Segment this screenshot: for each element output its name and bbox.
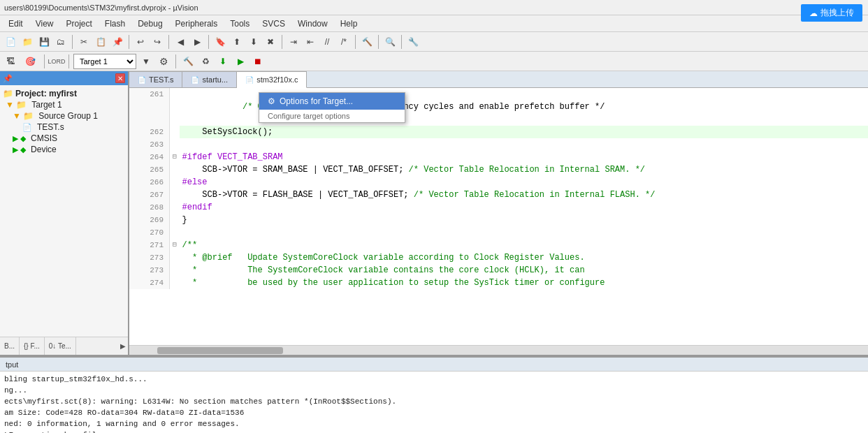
sep3: [168, 35, 169, 49]
tab-tests[interactable]: 📄 TEST.s: [129, 71, 182, 87]
outdent-btn[interactable]: ⇤: [303, 34, 318, 50]
prev-bm-btn[interactable]: ⬆: [229, 34, 245, 50]
code-line-268: 268 #endif: [129, 201, 868, 214]
code-line-270: 270: [129, 226, 868, 239]
menu-view[interactable]: View: [30, 17, 59, 30]
cloud-upload-button[interactable]: ☁ 拖拽上传: [801, 4, 862, 22]
sidebar-tab-b[interactable]: B...: [0, 337, 20, 355]
menu-help[interactable]: Help: [335, 17, 363, 30]
menu-edit[interactable]: Edit: [3, 17, 29, 30]
output-line-3: ects\myfirst.sct(8): warning: L6314W: No…: [4, 396, 864, 407]
uncomment-btn[interactable]: /*: [336, 34, 352, 50]
open-btn[interactable]: 📁: [20, 34, 35, 50]
stop-btn[interactable]: ⏹: [250, 54, 266, 69]
new-btn[interactable]: 📄: [3, 34, 18, 50]
copy-btn[interactable]: 📋: [93, 34, 108, 50]
clear-bm-btn[interactable]: ✖: [263, 34, 278, 50]
menu-debug[interactable]: Debug: [132, 17, 168, 30]
hscrollbar[interactable]: [129, 345, 868, 355]
title-bar: users\80199\Documents\STM32\myfirst.dvpr…: [0, 0, 868, 15]
target-btn[interactable]: 🎯: [20, 54, 40, 69]
sep11: [175, 54, 176, 68]
undo-btn[interactable]: ↩: [133, 34, 148, 50]
settings-btn[interactable]: 🔧: [405, 34, 421, 50]
context-menu: ⚙ Options for Target... Configure target…: [259, 92, 405, 123]
options-target-btn[interactable]: ⚙: [156, 54, 171, 69]
menu-tools[interactable]: Tools: [224, 17, 255, 30]
code-line-266: 266 #else: [129, 176, 868, 189]
fwd-btn[interactable]: ▶: [189, 34, 205, 50]
rebuild-btn[interactable]: ♻: [198, 54, 213, 69]
save-all-btn[interactable]: 🗂: [53, 34, 68, 50]
build-project-btn[interactable]: 🔨: [180, 54, 196, 69]
redo-btn[interactable]: ↪: [150, 34, 165, 50]
paste-btn[interactable]: 📌: [110, 34, 125, 50]
run-btn[interactable]: ▶: [233, 54, 248, 69]
sidebar-close-btn[interactable]: ✕: [115, 73, 125, 83]
code-line-265: 265 SCB->VTOR = SRAM_BASE | VECT_TAB_OFF…: [129, 163, 868, 176]
tab-icon-startup: 📄: [191, 76, 199, 84]
menu-peripherals[interactable]: Peripherals: [170, 17, 224, 30]
target-dropdown-btn[interactable]: ▼: [138, 54, 154, 69]
tree-device[interactable]: ▶ ◆ Device: [0, 144, 128, 155]
code-area[interactable]: 261 /* Confi ncy cycles and enable prefe…: [129, 88, 868, 345]
gear-icon: ⚙: [268, 96, 275, 106]
comment-btn[interactable]: //: [319, 34, 335, 50]
code-table: 261 /* Confi ncy cycles and enable prefe…: [129, 88, 868, 289]
sep1: [72, 35, 73, 49]
device-diamond-icon: ▶ ◆: [13, 145, 26, 154]
sidebar-pin-icon[interactable]: 📌: [3, 74, 13, 83]
project-btn[interactable]: 🏗: [3, 54, 18, 69]
tab-startup[interactable]: 📄 startu...: [182, 71, 237, 87]
tree-sourcegroup1[interactable]: ▼ 📁 Source Group 1: [0, 110, 128, 122]
editor-area: 📄 TEST.s 📄 startu... 📄 stm32f10x.c ⚙ Opt…: [129, 71, 868, 355]
sidebar-tab-f[interactable]: {} F...: [20, 337, 45, 355]
cut-btn[interactable]: ✂: [76, 34, 92, 50]
code-line-267: 267 SCB->VTOR = FLASH_BASE | VECT_TAB_OF…: [129, 189, 868, 201]
project-icon: 📁: [3, 89, 13, 98]
context-configure-sub: Configure target options: [259, 110, 405, 122]
download-btn[interactable]: ⬇: [215, 54, 231, 69]
target-lord-btn[interactable]: LORD: [49, 54, 64, 69]
folder-expand-icon: ▼ 📁: [6, 100, 27, 110]
sidebar: 📌 ✕ 📁 Project: myfirst ▼ 📁 Target 1 ▼ 📁 …: [0, 71, 129, 355]
cloud-icon: ☁: [809, 8, 818, 18]
file-icon: 📄: [22, 123, 32, 132]
build-btn[interactable]: 🔨: [359, 34, 375, 50]
next-bm-btn[interactable]: ⬇: [246, 34, 261, 50]
sidebar-bottom: B... {} F... 0↓ Te... ▶: [0, 337, 128, 355]
sep10: [68, 54, 69, 68]
menu-window[interactable]: Window: [292, 17, 333, 30]
sep9: [44, 54, 45, 68]
menu-flash[interactable]: Flash: [99, 17, 131, 30]
output-line-1: bling startup_stm32f10x_hd.s...: [4, 374, 864, 385]
hscroll-thumb[interactable]: [157, 347, 283, 354]
menu-project[interactable]: Project: [60, 17, 97, 30]
tree-cmsis[interactable]: ▶ ◆ CMSIS: [0, 133, 128, 144]
search-btn[interactable]: 🔍: [382, 34, 398, 50]
tree-area: 📁 Project: myfirst ▼ 📁 Target 1 ▼ 📁 Sour…: [0, 85, 128, 337]
menu-svcs[interactable]: SVCS: [256, 17, 291, 30]
sidebar-scroll-right[interactable]: ▶: [118, 342, 128, 351]
cmsis-label: CMSIS: [31, 133, 57, 143]
tree-target1[interactable]: ▼ 📁 Target 1: [0, 99, 128, 110]
indent-btn[interactable]: ⇥: [286, 34, 301, 50]
target-select[interactable]: Target 1: [73, 54, 136, 69]
code-line-261: 261 /* Confi ncy cycles and enable prefe…: [129, 88, 868, 126]
tree-tests[interactable]: 📄 TEST.s: [0, 122, 128, 133]
context-options-target[interactable]: ⚙ Options for Target...: [259, 93, 405, 110]
back-btn[interactable]: ◀: [173, 34, 188, 50]
tab-icon-tests: 📄: [138, 76, 146, 84]
code-line-269: 269 }: [129, 214, 868, 226]
tab-stm32[interactable]: 📄 stm32f10x.c: [237, 71, 307, 88]
code-line-271: 271 ⊟ /**: [129, 239, 868, 251]
output-panel: tput bling startup_stm32f10x_hd.s... ng.…: [0, 356, 868, 433]
bookmark-btn[interactable]: 🔖: [212, 34, 228, 50]
code-line-272: 273 * @brief Update SystemCoreClock vari…: [129, 251, 868, 264]
code-line-264: 264 ⊟ #ifdef VECT_TAB_SRAM: [129, 151, 868, 163]
save-btn[interactable]: 💾: [36, 34, 52, 50]
sidebar-tab-te[interactable]: 0↓ Te...: [45, 337, 76, 355]
target1-label: Target 1: [31, 100, 62, 110]
code-line-262: 262 SetSysClock();: [129, 126, 868, 138]
project-label: 📁 Project: myfirst: [0, 88, 128, 99]
